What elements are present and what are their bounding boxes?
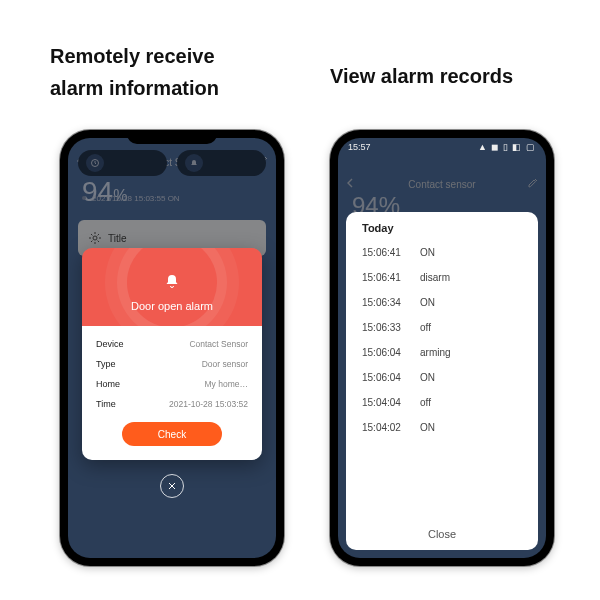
modal-row-value: Door sensor <box>202 359 248 369</box>
caption-right: View alarm records <box>330 60 550 92</box>
phone-mockup-right: 15:57 ▲ ◼ ▯ ◧ ▢ Contact sensor 94% Today… <box>330 130 554 566</box>
bell-icon <box>82 272 262 290</box>
record-time: 15:06:04 <box>362 372 420 383</box>
modal-row-value: Contact Sensor <box>189 339 248 349</box>
record-state: arming <box>420 347 451 358</box>
record-row: 15:06:41disarm <box>362 265 522 290</box>
modal-row-key: Time <box>96 399 116 409</box>
app-title-right: Contact sensor <box>408 179 475 190</box>
record-row: 15:04:04off <box>362 390 522 415</box>
record-time: 15:04:04 <box>362 397 420 408</box>
record-time: 15:06:04 <box>362 347 420 358</box>
modal-row-key: Home <box>96 379 120 389</box>
record-time: 15:06:41 <box>362 247 420 258</box>
gear-icon <box>88 231 102 245</box>
modal-row: HomeMy home… <box>96 374 248 394</box>
record-time: 15:06:33 <box>362 322 420 333</box>
record-time: 15:06:41 <box>362 272 420 283</box>
phone-notch <box>127 130 217 144</box>
record-row: 15:06:33off <box>362 315 522 340</box>
alarm-modal: Door open alarm DeviceContact SensorType… <box>82 248 262 460</box>
app-bar-right: Contact sensor <box>338 160 546 190</box>
record-time: 15:04:02 <box>362 422 420 433</box>
record-row: 15:06:34ON <box>362 290 522 315</box>
caption-left: Remotely receive alarm information <box>50 40 270 104</box>
tab-row <box>78 150 266 176</box>
record-state: off <box>420 322 431 333</box>
tab-records[interactable] <box>78 150 167 176</box>
modal-row-value: 2021-10-28 15:03:52 <box>169 399 248 409</box>
modal-row: DeviceContact Sensor <box>96 334 248 354</box>
caption-left-line1: Remotely receive <box>50 45 215 67</box>
statusbar-icons: ▲ ◼ ▯ ◧ ▢ <box>478 142 536 160</box>
records-list[interactable]: 15:06:41ON15:06:41disarm15:06:34ON15:06:… <box>362 240 522 440</box>
screen-left: Contact Sensor 94% <box>68 138 276 558</box>
records-icon <box>86 154 104 172</box>
screen-right: 15:57 ▲ ◼ ▯ ◧ ▢ Contact sensor 94% Today… <box>338 138 546 558</box>
modal-title: Door open alarm <box>131 300 213 312</box>
modal-row: TypeDoor sensor <box>96 354 248 374</box>
record-state: ON <box>420 297 435 308</box>
statusbar-time: 15:57 <box>348 142 371 160</box>
modal-row: Time2021-10-28 15:03:52 <box>96 394 248 414</box>
record-state: ON <box>420 247 435 258</box>
back-icon[interactable] <box>346 178 356 188</box>
record-state: ON <box>420 422 435 433</box>
check-button[interactable]: Check <box>122 422 222 446</box>
edit-icon[interactable] <box>528 178 538 188</box>
record-state: ON <box>420 372 435 383</box>
record-state: off <box>420 397 431 408</box>
record-bullet <box>82 196 86 200</box>
bottom-card-label: Title <box>108 233 127 244</box>
tab-alerts[interactable] <box>177 150 266 176</box>
modal-row-value: My home… <box>205 379 248 389</box>
phone-mockup-left: Contact Sensor 94% <box>60 130 284 566</box>
modal-row-key: Type <box>96 359 116 369</box>
modal-row-key: Device <box>96 339 124 349</box>
alerts-icon <box>185 154 203 172</box>
record-time: 15:06:34 <box>362 297 420 308</box>
record-state: disarm <box>420 272 450 283</box>
record-row: 15:04:02ON <box>362 415 522 440</box>
modal-header: Door open alarm <box>82 248 262 326</box>
records-sheet: Today 15:06:41ON15:06:41disarm15:06:34ON… <box>346 212 538 550</box>
latest-record-line: 2021/10/28 15:03:55 ON <box>82 188 262 208</box>
svg-point-4 <box>93 236 97 240</box>
caption-left-line2: alarm information <box>50 77 219 99</box>
record-row: 15:06:04arming <box>362 340 522 365</box>
record-row: 15:06:04ON <box>362 365 522 390</box>
latest-record-text: 2021/10/28 15:03:55 ON <box>92 194 180 203</box>
close-button[interactable]: Close <box>346 528 538 540</box>
background-app-dimmed-right: Contact sensor 94% <box>338 160 546 220</box>
status-bar: 15:57 ▲ ◼ ▯ ◧ ▢ <box>338 138 546 160</box>
close-modal-button[interactable] <box>160 474 184 498</box>
sheet-title: Today <box>362 222 522 234</box>
record-row: 15:06:41ON <box>362 240 522 265</box>
modal-body: DeviceContact SensorTypeDoor sensorHomeM… <box>82 326 262 460</box>
